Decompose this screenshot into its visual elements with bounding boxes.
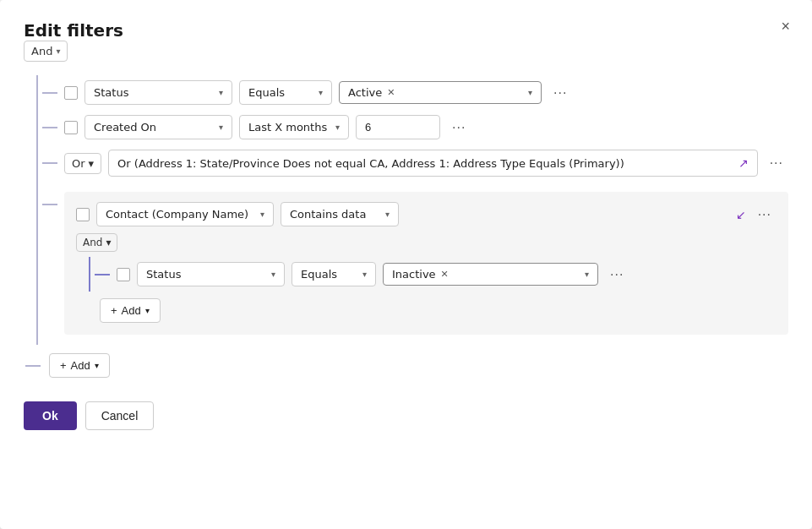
- nested-inner-value-remove[interactable]: ✕: [441, 269, 449, 280]
- or-badge[interactable]: Or ▾: [64, 153, 101, 174]
- row1-more-button[interactable]: ···: [548, 82, 572, 104]
- or-expand-icon[interactable]: ↗: [738, 156, 749, 170]
- top-and-badge[interactable]: And ▾: [24, 41, 68, 62]
- row2-value-input[interactable]: [356, 115, 440, 139]
- row1-condition-chevron: ▾: [319, 88, 323, 97]
- row1-field-chevron: ▾: [219, 88, 223, 97]
- nested-group: Contact (Company Name) ▾ Contains data ▾…: [64, 192, 788, 335]
- bottom-add-row: + Add ▾: [24, 353, 788, 378]
- row1-value-remove[interactable]: ✕: [387, 87, 395, 98]
- or-description: Or (Address 1: State/Province Does not e…: [108, 150, 758, 177]
- footer: Ok Cancel: [24, 401, 788, 430]
- nested-group-row: Contact (Company Name) ▾ Contains data ▾…: [42, 182, 788, 345]
- nested-field-chevron: ▾: [260, 210, 264, 219]
- nested-inner-value-field[interactable]: Inactive ✕ ▾: [383, 263, 598, 286]
- nested-inner-condition-select[interactable]: Equals ▾: [292, 262, 376, 286]
- nested-checkbox[interactable]: [76, 208, 90, 221]
- row2-checkbox[interactable]: [64, 121, 78, 134]
- nested-inner-field-chevron: ▾: [271, 270, 275, 279]
- row1-value-field[interactable]: Active ✕ ▾: [339, 81, 542, 104]
- nested-condition-chevron: ▾: [385, 210, 390, 219]
- cancel-button[interactable]: Cancel: [85, 401, 155, 430]
- nested-add-chevron: ▾: [145, 306, 150, 315]
- ok-button[interactable]: Ok: [24, 401, 77, 430]
- row2-condition-select[interactable]: Last X months ▾: [239, 115, 349, 139]
- nested-inner-condition-chevron: ▾: [362, 270, 367, 279]
- nested-add-button[interactable]: + Add ▾: [100, 298, 161, 323]
- nested-inner-more-button[interactable]: ···: [605, 264, 629, 286]
- edit-filters-dialog: Edit filters × And ▾ Status ▾ Equals: [0, 0, 812, 529]
- nested-condition-select[interactable]: Contains data ▾: [281, 202, 399, 226]
- close-button[interactable]: ×: [776, 17, 795, 35]
- row1-value-chevron: ▾: [528, 88, 532, 97]
- row2-field-select[interactable]: Created On ▾: [84, 115, 232, 139]
- row2-field-chevron: ▾: [219, 123, 223, 132]
- or-more-button[interactable]: ···: [765, 152, 788, 174]
- row1-checkbox[interactable]: [64, 86, 78, 100]
- row1-value-tag: Active ✕: [348, 86, 395, 99]
- nested-inner-value-tag: Inactive ✕: [392, 268, 449, 281]
- nested-inner-field-select[interactable]: Status ▾: [137, 262, 285, 286]
- filter-row-1: Status ▾ Equals ▾ Active ✕ ▾ ···: [42, 75, 788, 110]
- nested-shrink-icon[interactable]: ↙: [736, 208, 746, 221]
- row1-condition-select[interactable]: Equals ▾: [239, 80, 332, 105]
- bottom-add-chevron: ▾: [95, 361, 99, 370]
- nested-inner-checkbox[interactable]: [117, 268, 130, 281]
- dialog-title: Edit filters: [24, 20, 123, 41]
- row2-more-button[interactable]: ···: [447, 117, 471, 139]
- top-and-chevron: ▾: [56, 46, 60, 56]
- bottom-add-button[interactable]: + Add ▾: [49, 353, 110, 378]
- or-chevron: ▾: [89, 157, 95, 170]
- row1-field-select[interactable]: Status ▾: [84, 80, 232, 105]
- row2-condition-chevron: ▾: [335, 123, 340, 132]
- nested-more-button[interactable]: ···: [753, 204, 777, 226]
- nested-inner-value-chevron: ▾: [585, 270, 589, 279]
- nested-and-chevron: ▾: [106, 237, 111, 248]
- nested-and-badge[interactable]: And ▾: [76, 233, 117, 252]
- filter-row-2: Created On ▾ Last X months ▾ ···: [42, 110, 788, 145]
- or-row: Or ▾ Or (Address 1: State/Province Does …: [42, 145, 788, 182]
- nested-group-header: Contact (Company Name) ▾ Contains data ▾…: [76, 202, 777, 226]
- nested-inner-row: Status ▾ Equals ▾ Inactive: [95, 257, 777, 292]
- nested-field-select[interactable]: Contact (Company Name) ▾: [96, 202, 274, 226]
